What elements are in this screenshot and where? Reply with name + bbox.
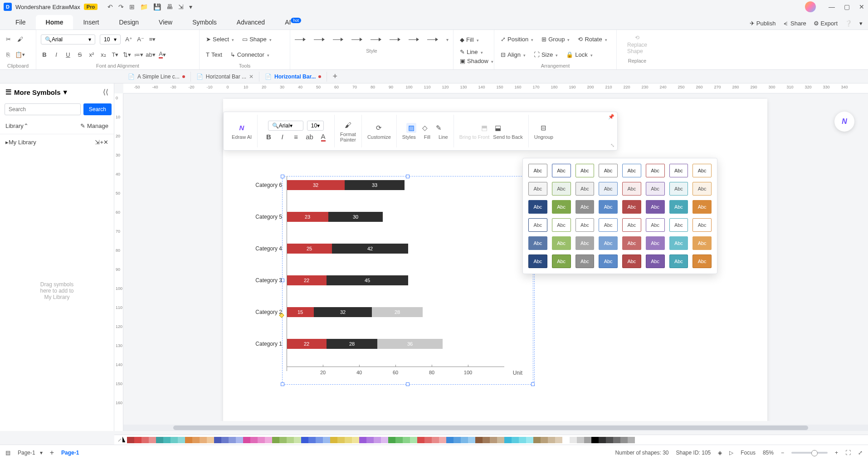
- bar-segment[interactable]: 15: [287, 307, 314, 317]
- eyedropper-icon[interactable]: ⟋◣: [117, 437, 125, 443]
- bar-segment[interactable]: 42: [332, 244, 408, 254]
- style-swatch[interactable]: Abc: [646, 218, 665, 232]
- float-size-select[interactable]: 10 ▾: [307, 121, 324, 131]
- manage-button[interactable]: ✎ Manage: [80, 122, 108, 129]
- palette-swatch[interactable]: [468, 437, 475, 443]
- active-page-label[interactable]: Page-1: [61, 450, 79, 456]
- palette-swatch[interactable]: [483, 437, 490, 443]
- expand-icon[interactable]: ⤡: [610, 142, 614, 148]
- float-italic-icon[interactable]: I: [278, 132, 288, 142]
- style-swatch[interactable]: Abc: [528, 254, 547, 268]
- style-swatch[interactable]: Abc: [622, 164, 641, 177]
- bold-icon[interactable]: B: [41, 51, 48, 58]
- palette-swatch[interactable]: [490, 437, 497, 443]
- align-button[interactable]: ⊟ Align: [499, 50, 527, 59]
- style-swatch[interactable]: Abc: [528, 236, 547, 250]
- style-swatch[interactable]: Abc: [692, 218, 712, 232]
- mylib-close-icon[interactable]: ✕: [103, 139, 108, 146]
- format-painter-tool-icon[interactable]: 🖌: [343, 120, 353, 130]
- palette-swatch[interactable]: [533, 437, 541, 443]
- font-color-icon[interactable]: A▾: [159, 51, 166, 58]
- strikethrough-icon[interactable]: S: [76, 51, 83, 58]
- bar-segment[interactable]: 28: [327, 339, 377, 349]
- cut-icon[interactable]: ✂: [5, 36, 12, 43]
- style-swatch[interactable]: Abc: [599, 200, 618, 214]
- arrow-style-5[interactable]: [371, 36, 381, 43]
- palette-swatch[interactable]: [526, 437, 533, 443]
- horizontal-scrollbar[interactable]: [123, 425, 868, 431]
- arrow-style-6[interactable]: [390, 36, 400, 43]
- minimize-icon[interactable]: —: [829, 3, 835, 10]
- bar-segment[interactable]: 28: [372, 307, 423, 317]
- increase-font-icon[interactable]: A⁺: [125, 36, 132, 43]
- undo-icon[interactable]: ↶: [107, 3, 113, 10]
- float-bold-icon[interactable]: B: [264, 132, 274, 142]
- style-swatch[interactable]: Abc: [575, 200, 595, 214]
- add-tab-button[interactable]: +: [327, 72, 343, 81]
- palette-swatch[interactable]: [403, 437, 410, 443]
- chart-bar-row[interactable]: Category 2153228: [250, 303, 504, 321]
- fullscreen-icon[interactable]: ⤢: [858, 450, 863, 456]
- palette-swatch[interactable]: [192, 437, 200, 443]
- palette-swatch[interactable]: [294, 437, 301, 443]
- palette-swatch[interactable]: [613, 437, 620, 443]
- style-swatch[interactable]: Abc: [552, 182, 571, 196]
- palette-swatch[interactable]: [577, 437, 584, 443]
- palette-swatch[interactable]: [446, 437, 454, 443]
- palette-swatch[interactable]: [439, 437, 446, 443]
- font-family-select[interactable]: 🔍 Arial▾: [41, 34, 95, 44]
- style-swatch[interactable]: Abc: [692, 182, 712, 196]
- palette-swatch[interactable]: [606, 437, 613, 443]
- symbol-search-input[interactable]: [5, 103, 81, 115]
- style-swatch[interactable]: Abc: [669, 182, 688, 196]
- print-icon[interactable]: 🖶: [166, 3, 173, 10]
- bar-chart[interactable]: Category 63233Category 52330Category 425…: [250, 176, 504, 385]
- palette-swatch[interactable]: [301, 437, 308, 443]
- zoom-in-button[interactable]: +: [835, 450, 838, 456]
- style-swatch[interactable]: Abc: [646, 164, 665, 177]
- play-icon[interactable]: ▷: [729, 450, 733, 456]
- style-swatch[interactable]: Abc: [646, 254, 665, 268]
- style-swatch[interactable]: Abc: [622, 254, 641, 268]
- ungroup-icon[interactable]: ⊟: [539, 123, 549, 133]
- mylib-add-icon[interactable]: +: [100, 139, 103, 146]
- copy-icon[interactable]: ⎘: [5, 51, 12, 58]
- bar-segment[interactable]: 23: [287, 212, 328, 222]
- zoom-out-button[interactable]: −: [781, 450, 784, 456]
- palette-swatch[interactable]: [417, 437, 424, 443]
- menu-insert[interactable]: Insert: [73, 15, 109, 29]
- arrow-style-2[interactable]: [314, 36, 325, 43]
- palette-swatch[interactable]: [163, 437, 171, 443]
- focus-button[interactable]: Focus: [741, 450, 756, 456]
- mylib-import-icon[interactable]: ⇲: [95, 139, 100, 146]
- bar-segment[interactable]: 22: [287, 339, 327, 349]
- palette-swatch[interactable]: [236, 437, 243, 443]
- save-icon[interactable]: 💾: [153, 3, 161, 10]
- palette-swatch[interactable]: [519, 437, 526, 443]
- size-button[interactable]: ⛶ Size: [532, 50, 560, 59]
- palette-swatch[interactable]: [171, 437, 178, 443]
- style-swatch[interactable]: Abc: [552, 236, 571, 250]
- style-swatch[interactable]: Abc: [622, 218, 641, 232]
- close-icon[interactable]: ✕: [859, 3, 864, 10]
- float-transform-icon[interactable]: ab: [305, 132, 315, 142]
- fill-button[interactable]: ◆ Fill: [458, 35, 481, 44]
- bar-segment[interactable]: 25: [287, 244, 332, 254]
- style-swatch[interactable]: Abc: [669, 200, 688, 214]
- bar-segment[interactable]: 33: [345, 180, 405, 190]
- palette-swatch[interactable]: [432, 437, 439, 443]
- replace-shape-button[interactable]: ⟲Replace Shape: [621, 32, 653, 57]
- share-button[interactable]: ⪪ Share: [783, 20, 806, 27]
- palette-swatch[interactable]: [410, 437, 417, 443]
- canvas[interactable]: Category 63233Category 52330Category 425…: [123, 93, 868, 421]
- style-swatch[interactable]: Abc: [552, 218, 571, 232]
- palette-swatch[interactable]: [424, 437, 432, 443]
- help-icon[interactable]: ❔: [845, 20, 852, 27]
- italic-icon[interactable]: I: [53, 51, 60, 58]
- doc-tab-3[interactable]: 📄 Horizontal Bar...: [259, 72, 327, 82]
- palette-swatch[interactable]: [323, 437, 330, 443]
- palette-swatch[interactable]: [127, 437, 134, 443]
- group-button[interactable]: ⊞ Group: [540, 35, 571, 44]
- palette-swatch[interactable]: [287, 437, 294, 443]
- style-swatch[interactable]: Abc: [599, 254, 618, 268]
